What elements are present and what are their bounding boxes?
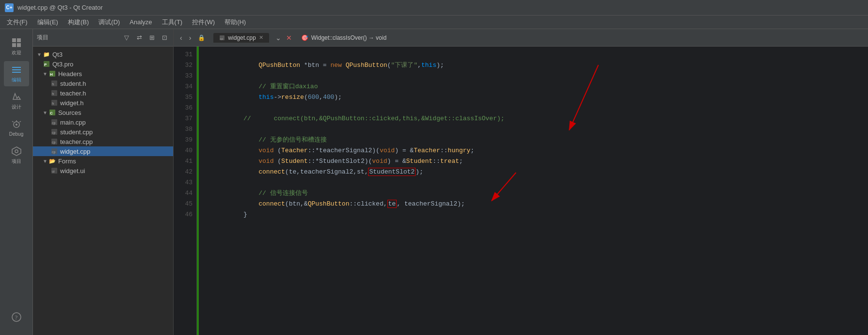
breadcrumb-text: Widget::classIsOver() → void <box>311 34 386 41</box>
line-45: 45 <box>174 199 196 209</box>
svg-text:H: H <box>50 72 53 77</box>
main-layout: 欢迎 编辑 设计 Debug <box>0 29 868 335</box>
line-38: 38 <box>174 124 196 135</box>
tab-close-btn[interactable]: ✕ <box>259 34 263 41</box>
line-39: 39 <box>174 135 196 145</box>
filetree-toolbar: 项目 ▽ ⇄ ⊞ ⊡ <box>33 29 173 47</box>
sidebar: 欢迎 编辑 设计 Debug <box>0 29 33 335</box>
file-tree-panel: 项目 ▽ ⇄ ⊞ ⊡ ▼ 📁 Qt3 P Qt3.pro <box>33 29 174 335</box>
menu-bar: 文件(F) 编辑(E) 构建(B) 调试(D) Analyze 工具(T) 控件… <box>0 16 868 29</box>
tab-arrows-btn[interactable]: ⌄ <box>273 33 284 43</box>
menu-widgets[interactable]: 控件(W) <box>187 17 220 28</box>
menu-edit[interactable]: 编辑(E) <box>32 17 63 28</box>
code-line-36: // connect(btn,&QPushButton::clicked,thi… <box>206 103 868 113</box>
tree-item-student-h[interactable]: h student.h <box>33 79 173 88</box>
line-32: 32 <box>174 60 196 71</box>
svg-line-10 <box>19 121 21 122</box>
filetree-content: ▼ 📁 Qt3 P Qt3.pro ▼ <box>33 47 173 335</box>
menu-tools[interactable]: 工具(T) <box>157 17 188 28</box>
code-line-31: QPushButton *btn = new QPushButton("下课了"… <box>206 49 868 60</box>
code-line-46 <box>206 209 868 220</box>
menu-file[interactable]: 文件(F) <box>2 17 32 28</box>
svg-rect-4 <box>12 67 21 68</box>
line-36: 36 <box>174 103 196 113</box>
green-bar <box>197 47 199 335</box>
svg-point-12 <box>15 150 18 153</box>
breadcrumb-icon: 🎯 <box>301 34 308 41</box>
tree-item-qt3-root[interactable]: ▼ 📁 Qt3 <box>33 49 173 59</box>
settings-btn[interactable]: ⊡ <box>160 33 169 43</box>
line-41: 41 <box>174 156 196 167</box>
svg-text:cp: cp <box>52 141 56 144</box>
svg-text:h: h <box>52 92 54 96</box>
svg-text:cp: cp <box>52 121 56 125</box>
tab-close-x-btn[interactable]: ✕ <box>284 33 294 43</box>
line-46: 46 <box>174 209 196 220</box>
nav-forward-btn[interactable]: › <box>187 33 194 43</box>
tree-item-widget-h[interactable]: h widget.h <box>33 98 173 108</box>
tree-item-headers[interactable]: ▼ H Headers <box>33 69 173 79</box>
filter-btn[interactable]: ▽ <box>122 33 131 43</box>
line-40: 40 <box>174 145 196 156</box>
line-33: 33 <box>174 71 196 81</box>
line-31: 31 <box>174 49 196 60</box>
menu-help[interactable]: 帮助(H) <box>220 17 251 28</box>
svg-point-8 <box>16 124 17 126</box>
nav-back-btn[interactable]: ‹ <box>177 33 185 43</box>
tree-item-widget-ui[interactable]: ui widget.ui <box>33 166 173 175</box>
tree-item-student-cpp[interactable]: cp student.cpp <box>33 127 173 137</box>
sidebar-item-project[interactable]: 项目 <box>4 143 29 168</box>
svg-rect-2 <box>12 43 16 47</box>
lock-btn[interactable]: 🔒 <box>195 33 208 42</box>
svg-text:h: h <box>52 101 54 106</box>
tree-item-qt3-pro[interactable]: P Qt3.pro <box>33 59 173 69</box>
line-43: 43 <box>174 177 196 188</box>
tree-item-teacher-h[interactable]: h teacher.h <box>33 88 173 98</box>
tree-item-sources[interactable]: ▼ C Sources <box>33 108 173 117</box>
breadcrumb-area: 🎯 Widget::classIsOver() → void <box>296 34 864 41</box>
tree-item-widget-cpp[interactable]: cp widget.cpp <box>33 146 173 156</box>
svg-rect-1 <box>17 38 21 42</box>
editor-tab-widget-cpp[interactable]: cp widget.cpp ✕ <box>213 33 269 43</box>
menu-build[interactable]: 构建(B) <box>63 17 94 28</box>
svg-text:P: P <box>44 63 47 67</box>
svg-text:ui: ui <box>52 170 55 173</box>
line-44: 44 <box>174 188 196 199</box>
filetree-label: 项目 <box>37 33 119 42</box>
svg-rect-6 <box>12 72 21 73</box>
sidebar-item-welcome[interactable]: 欢迎 <box>4 34 29 59</box>
sidebar-item-edit[interactable]: 编辑 <box>4 61 29 86</box>
menu-debug[interactable]: 调试(D) <box>94 17 125 28</box>
editor-area: ‹ › 🔒 cp widget.cpp ✕ ⌄ ✕ 🎯 Widget::clas… <box>174 29 868 335</box>
add-btn[interactable]: ⊞ <box>147 33 157 43</box>
svg-text:cp: cp <box>220 37 224 40</box>
tree-item-teacher-cpp[interactable]: cp teacher.cpp <box>33 137 173 146</box>
svg-line-9 <box>12 121 14 122</box>
sync-btn[interactable]: ⇄ <box>134 33 144 43</box>
svg-text:cp: cp <box>52 150 56 154</box>
sidebar-item-debug[interactable]: Debug <box>4 115 29 141</box>
editor-toolbar: ‹ › 🔒 cp widget.cpp ✕ ⌄ ✕ 🎯 Widget::clas… <box>174 29 868 47</box>
tree-item-main-cpp[interactable]: cp main.cpp <box>33 117 173 127</box>
line-35: 35 <box>174 92 196 103</box>
svg-text:C: C <box>50 111 53 115</box>
tree-item-forms[interactable]: ▼ 📂 Forms <box>33 156 173 166</box>
title-bar: C+ widget.cpp @ Qt3 - Qt Creator <box>0 0 868 16</box>
line-42: 42 <box>174 167 196 177</box>
sidebar-item-help[interactable]: ? <box>4 305 29 330</box>
svg-rect-3 <box>17 43 21 47</box>
menu-analyze[interactable]: Analyze <box>125 17 157 27</box>
code-line-38: // 无参的信号和槽连接 <box>206 124 868 135</box>
svg-text:?: ? <box>15 314 17 321</box>
app-icon: C+ <box>5 3 14 12</box>
line-37: 37 <box>174 113 196 124</box>
svg-text:cp: cp <box>52 131 56 135</box>
code-area[interactable]: 31 32 33 34 35 36 37 38 39 40 41 42 43 4… <box>174 47 868 335</box>
window-title: widget.cpp @ Qt3 - Qt Creator <box>17 4 103 11</box>
line-34: 34 <box>174 81 196 92</box>
code-line-43: // 信号连接信号 <box>206 177 868 188</box>
svg-rect-0 <box>12 38 16 42</box>
sidebar-item-design[interactable]: 设计 <box>4 88 29 113</box>
code-content[interactable]: QPushButton *btn = new QPushButton("下课了"… <box>201 47 868 335</box>
line-numbers: 31 32 33 34 35 36 37 38 39 40 41 42 43 4… <box>174 47 197 335</box>
